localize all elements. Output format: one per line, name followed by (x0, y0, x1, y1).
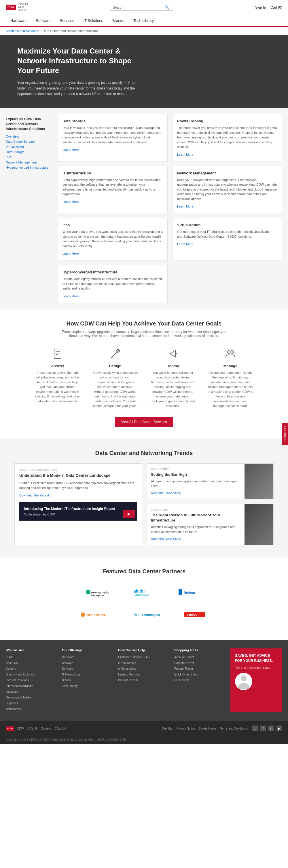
footer-col-tools: Shopping Tools Account Center Corporate … (174, 648, 225, 712)
footer-link-eprocurement[interactable]: eProcurement (118, 661, 136, 664)
step-deploy: Deploy You won't be done rolling out you… (150, 346, 196, 408)
promo-play-icon[interactable]: ▶ (123, 510, 135, 518)
trend-promo-sub: Orchestrated by CDW (24, 513, 133, 516)
footer-cta: SAVE $. GET ADVICE FOR YOUR BUSINESS. Ta… (230, 648, 282, 712)
svg-point-19 (81, 613, 85, 617)
partners-section: Featured Data Center Partners Hewlett Pa… (0, 557, 288, 640)
twitter-icon[interactable]: t (252, 725, 258, 731)
footer-privacy[interactable]: Privacy Notice (177, 727, 195, 730)
footer-link-recalls[interactable]: Product Recalls (118, 679, 138, 682)
trend-large-section: Solutions and Services (19, 468, 137, 471)
footer-link-cdw-center[interactable]: CDW Center (174, 679, 191, 682)
nav-services[interactable]: Services (55, 15, 79, 26)
footer-link-suppliers[interactable]: Suppliers (6, 702, 18, 705)
card-hyperconverged-learn-more[interactable]: Learn More (62, 294, 79, 298)
card-iaas-learn-more[interactable]: Learn More (62, 252, 79, 255)
footer-bottom-cdwg[interactable]: CDW-G (27, 727, 37, 730)
footer-link-diversity[interactable]: Diversity and Inclusion (6, 673, 34, 676)
footer-link-cdw[interactable]: CDW (6, 656, 13, 659)
facebook-icon[interactable]: f (260, 725, 266, 731)
footer-link-order-status[interactable]: Quick Order Status (174, 673, 199, 676)
trend-large-content: Solutions and Services Understand the Mo… (15, 464, 142, 502)
nav-brands[interactable]: Brands (108, 15, 129, 26)
card-network-management: Network Management Keep your network eff… (172, 166, 282, 214)
footer-bottom-cdwuk[interactable]: CDW-UK (54, 727, 66, 730)
view-all-button[interactable]: View All Data Center Services (115, 417, 173, 427)
left-nav-servers[interactable]: Data Center Servers (6, 140, 52, 143)
footer-link-intl[interactable]: International Advisors (6, 684, 33, 687)
card-it-infrastructure: IT Infrastructure From high-density, hig… (58, 166, 168, 214)
footer-bottom-links: CDW CDW-G Careers CDW-UK (17, 727, 66, 730)
left-nav-virtualization[interactable]: Virtualization (6, 145, 52, 149)
trends-section: Data Center and Networking Trends Soluti… (0, 438, 288, 557)
footer-col-who-heading: Who We Are (6, 648, 56, 652)
footer-link-vpn[interactable]: Corporate VPN (174, 661, 194, 664)
footer-terms[interactable]: Terms and Conditions (220, 727, 248, 730)
footer-link-testimonials[interactable]: Testimonials (6, 707, 22, 711)
footer-link-account[interactable]: Account Center (174, 656, 194, 659)
footer-site-map[interactable]: Site Map (162, 727, 173, 730)
card-it-infrastructure-learn-more[interactable]: Learn More (62, 200, 79, 204)
footer-link-locations[interactable]: Locations (6, 690, 18, 693)
left-nav-iaas[interactable]: IaaS (6, 155, 52, 159)
trend-card-1-body: Albuquerque improves application perform… (151, 479, 240, 488)
search-input[interactable] (113, 5, 165, 9)
footer-link-tech-library[interactable]: Tech Library (62, 684, 78, 687)
svg-text:CISCO: CISCO (134, 593, 142, 596)
footer-bottom-cdw[interactable]: CDW (17, 727, 24, 730)
linkedin-icon[interactable]: in (268, 725, 274, 731)
assess-icon (34, 346, 81, 361)
left-nav-overview[interactable]: Overview (6, 135, 52, 138)
card-data-storage-learn-more[interactable]: Learn More (62, 148, 79, 151)
cart-button[interactable]: Cart (0) (270, 5, 282, 9)
footer-cookie-notice[interactable]: Cookie Notice (198, 727, 216, 730)
nav-software[interactable]: Software (31, 15, 55, 26)
nav-it-solutions[interactable]: IT Solutions (79, 15, 108, 26)
card-virtualization-learn-more[interactable]: Learn More (177, 242, 193, 246)
svg-text:Lenovo: Lenovo (186, 613, 197, 616)
feedback-tab[interactable]: FEEDBACK (282, 423, 288, 445)
search-bar[interactable]: 🔍 (110, 4, 173, 11)
hero-section: Maximize Your Data Center & Network Infr… (0, 35, 288, 108)
nav-hardware[interactable]: Hardware (6, 15, 31, 26)
footer-link-services[interactable]: Services (62, 667, 73, 670)
trend-card-2-link[interactable]: Read the Case Study (151, 537, 181, 540)
left-nav-network[interactable]: Network Management (6, 161, 52, 164)
footer-bottom-careers[interactable]: Careers (41, 727, 51, 730)
footer-link-careers[interactable]: Careers (6, 667, 16, 670)
left-nav-storage[interactable]: Data Storage (6, 150, 52, 154)
card-power-cooling: Power Cooling The more power you draw fr… (172, 114, 282, 161)
footer-link-product-finder[interactable]: Product Finder (174, 667, 193, 670)
footer-link-newsroom[interactable]: Newsroom & Media (6, 696, 31, 699)
search-icon[interactable]: 🔍 (165, 5, 169, 9)
youtube-icon[interactable]: ▶ (277, 725, 282, 731)
nav-tech-library[interactable]: Tech Library (129, 15, 159, 26)
how-subtitle: From simple hardware upgrades to complex… (58, 330, 230, 338)
card-power-cooling-learn-more[interactable]: Learn More (177, 153, 193, 156)
trend-card-1: CASE STUDY Setting the Bar High Albuquer… (147, 463, 273, 499)
svg-text:PURE STORAGE: PURE STORAGE (86, 613, 106, 616)
partner-lenovo: Lenovo (178, 607, 213, 622)
footer-link-leasing[interactable]: Leasing Services (118, 673, 140, 676)
footer-link-networking[interactable]: IT Networking (62, 673, 80, 676)
card-iaas: IaaS When your data grows, you want quic… (58, 218, 168, 260)
trends-title: Data Center and Networking Trends (6, 450, 282, 457)
footer-legal-area: Site Map Privacy Notice Cookie Notice Te… (162, 725, 282, 731)
partner-dell: Dell Technologies (127, 607, 167, 622)
breadcrumb-solutions[interactable]: Solutions and Services (6, 29, 38, 33)
footer-link-hardware[interactable]: Hardware (62, 656, 74, 659)
footer-col-who: Who We Are CDW About Us Careers Diversit… (6, 648, 56, 712)
card-network-management-learn-more[interactable]: Learn More (177, 205, 193, 208)
svg-text:Hewlett Packard: Hewlett Packard (91, 591, 110, 594)
footer-link-about[interactable]: About Us (6, 661, 18, 664)
footer-link-brands[interactable]: Brands (62, 679, 71, 682)
trend-card-1-link[interactable]: Read the Case Study (151, 491, 181, 495)
footer-link-support[interactable]: Customer Support / FAQ (118, 656, 150, 659)
trend-large-link[interactable]: Download the Report (19, 494, 49, 497)
sign-in-button[interactable]: Sign In (255, 5, 266, 9)
footer-link-software[interactable]: Software (62, 661, 73, 664)
footer-link-marketplace[interactable]: e-Marketplace (118, 667, 136, 670)
step-assess-label: Assess (34, 364, 81, 368)
left-nav-hyperconverged[interactable]: Hyperconverged Infrastructure (6, 166, 52, 169)
footer-link-investors[interactable]: Investor Relations (6, 679, 29, 682)
